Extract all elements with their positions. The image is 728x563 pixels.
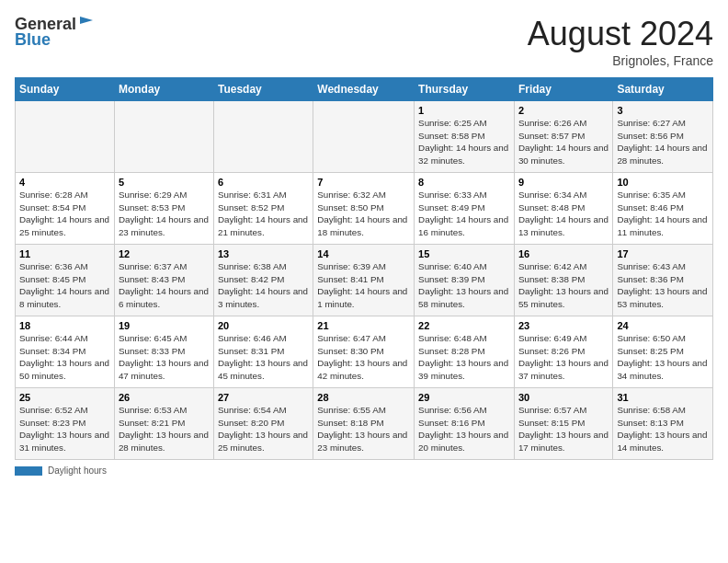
calendar-header-row: Sunday Monday Tuesday Wednesday Thursday… xyxy=(16,78,713,101)
day-info: Sunrise: 6:37 AM Sunset: 8:43 PM Dayligh… xyxy=(119,260,210,311)
col-thursday: Thursday xyxy=(415,78,515,101)
table-row: 10Sunrise: 6:35 AM Sunset: 8:46 PM Dayli… xyxy=(613,173,713,245)
logo-flag-icon xyxy=(78,15,95,31)
day-number: 6 xyxy=(218,177,309,188)
day-info: Sunrise: 6:54 AM Sunset: 8:20 PM Dayligh… xyxy=(218,404,309,454)
day-number: 8 xyxy=(418,177,510,188)
day-info: Sunrise: 6:50 AM Sunset: 8:25 PM Dayligh… xyxy=(617,332,709,383)
day-info: Sunrise: 6:52 AM Sunset: 8:23 PM Dayligh… xyxy=(19,404,110,454)
table-row: 3Sunrise: 6:27 AM Sunset: 8:56 PM Daylig… xyxy=(613,101,713,173)
day-number: 31 xyxy=(617,392,709,403)
day-info: Sunrise: 6:25 AM Sunset: 8:58 PM Dayligh… xyxy=(418,117,510,167)
col-sunday: Sunday xyxy=(16,78,115,101)
day-number: 19 xyxy=(119,320,210,331)
svg-marker-0 xyxy=(80,17,93,24)
daylight-swatch xyxy=(15,466,42,476)
table-row: 6Sunrise: 6:31 AM Sunset: 8:52 PM Daylig… xyxy=(213,173,313,245)
day-info: Sunrise: 6:33 AM Sunset: 8:49 PM Dayligh… xyxy=(418,189,510,239)
day-number: 25 xyxy=(19,392,110,403)
col-friday: Friday xyxy=(514,78,612,101)
day-info: Sunrise: 6:44 AM Sunset: 8:34 PM Dayligh… xyxy=(19,332,110,383)
day-info: Sunrise: 6:34 AM Sunset: 8:48 PM Dayligh… xyxy=(518,189,609,239)
table-row: 22Sunrise: 6:48 AM Sunset: 8:28 PM Dayli… xyxy=(415,316,515,388)
day-info: Sunrise: 6:40 AM Sunset: 8:39 PM Dayligh… xyxy=(418,260,510,311)
table-row: 2Sunrise: 6:26 AM Sunset: 8:57 PM Daylig… xyxy=(514,101,612,173)
location: Brignoles, France xyxy=(528,53,713,68)
title-area: August 2024 Brignoles, France xyxy=(528,15,713,68)
day-number: 13 xyxy=(218,248,309,259)
day-info: Sunrise: 6:42 AM Sunset: 8:38 PM Dayligh… xyxy=(518,260,609,311)
logo: General Blue xyxy=(15,15,95,50)
day-info: Sunrise: 6:56 AM Sunset: 8:16 PM Dayligh… xyxy=(418,404,510,454)
day-number: 2 xyxy=(518,105,609,116)
table-row xyxy=(16,101,115,173)
day-number: 28 xyxy=(317,392,410,403)
page-header: General Blue August 2024 Brignoles, Fran… xyxy=(15,15,713,68)
table-row: 17Sunrise: 6:43 AM Sunset: 8:36 PM Dayli… xyxy=(613,245,713,316)
col-saturday: Saturday xyxy=(613,78,713,101)
day-number: 7 xyxy=(317,177,410,188)
day-number: 10 xyxy=(617,177,709,188)
day-info: Sunrise: 6:49 AM Sunset: 8:26 PM Dayligh… xyxy=(518,332,609,383)
calendar-week-row: 11Sunrise: 6:36 AM Sunset: 8:45 PM Dayli… xyxy=(16,245,713,316)
day-number: 27 xyxy=(218,392,309,403)
day-info: Sunrise: 6:38 AM Sunset: 8:42 PM Dayligh… xyxy=(218,260,309,311)
footer: Daylight hours xyxy=(15,465,713,476)
table-row: 28Sunrise: 6:55 AM Sunset: 8:18 PM Dayli… xyxy=(313,388,415,460)
calendar-week-row: 4Sunrise: 6:28 AM Sunset: 8:54 PM Daylig… xyxy=(16,173,713,245)
day-info: Sunrise: 6:53 AM Sunset: 8:21 PM Dayligh… xyxy=(119,404,210,454)
table-row: 5Sunrise: 6:29 AM Sunset: 8:53 PM Daylig… xyxy=(114,173,213,245)
table-row: 11Sunrise: 6:36 AM Sunset: 8:45 PM Dayli… xyxy=(16,245,115,316)
table-row xyxy=(213,101,313,173)
day-number: 21 xyxy=(317,320,410,331)
table-row: 16Sunrise: 6:42 AM Sunset: 8:38 PM Dayli… xyxy=(514,245,612,316)
table-row: 31Sunrise: 6:58 AM Sunset: 8:13 PM Dayli… xyxy=(613,388,713,460)
day-number: 24 xyxy=(617,320,709,331)
day-info: Sunrise: 6:36 AM Sunset: 8:45 PM Dayligh… xyxy=(19,260,110,311)
col-monday: Monday xyxy=(114,78,213,101)
day-number: 17 xyxy=(617,248,709,259)
day-number: 22 xyxy=(418,320,510,331)
day-number: 29 xyxy=(418,392,510,403)
day-info: Sunrise: 6:48 AM Sunset: 8:28 PM Dayligh… xyxy=(418,332,510,383)
table-row: 25Sunrise: 6:52 AM Sunset: 8:23 PM Dayli… xyxy=(16,388,115,460)
table-row: 9Sunrise: 6:34 AM Sunset: 8:48 PM Daylig… xyxy=(514,173,612,245)
day-number: 16 xyxy=(518,248,609,259)
table-row: 20Sunrise: 6:46 AM Sunset: 8:31 PM Dayli… xyxy=(213,316,313,388)
day-number: 18 xyxy=(19,320,110,331)
day-info: Sunrise: 6:35 AM Sunset: 8:46 PM Dayligh… xyxy=(617,189,709,239)
page-container: General Blue August 2024 Brignoles, Fran… xyxy=(0,0,728,563)
calendar-week-row: 18Sunrise: 6:44 AM Sunset: 8:34 PM Dayli… xyxy=(16,316,713,388)
day-info: Sunrise: 6:43 AM Sunset: 8:36 PM Dayligh… xyxy=(617,260,709,311)
table-row xyxy=(114,101,213,173)
table-row: 26Sunrise: 6:53 AM Sunset: 8:21 PM Dayli… xyxy=(114,388,213,460)
day-info: Sunrise: 6:32 AM Sunset: 8:50 PM Dayligh… xyxy=(317,189,410,239)
table-row: 7Sunrise: 6:32 AM Sunset: 8:50 PM Daylig… xyxy=(313,173,415,245)
day-info: Sunrise: 6:45 AM Sunset: 8:33 PM Dayligh… xyxy=(119,332,210,383)
table-row: 8Sunrise: 6:33 AM Sunset: 8:49 PM Daylig… xyxy=(415,173,515,245)
day-info: Sunrise: 6:47 AM Sunset: 8:30 PM Dayligh… xyxy=(317,332,410,383)
table-row: 23Sunrise: 6:49 AM Sunset: 8:26 PM Dayli… xyxy=(514,316,612,388)
day-info: Sunrise: 6:58 AM Sunset: 8:13 PM Dayligh… xyxy=(617,404,709,454)
day-number: 14 xyxy=(317,248,410,259)
col-tuesday: Tuesday xyxy=(213,78,313,101)
day-info: Sunrise: 6:39 AM Sunset: 8:41 PM Dayligh… xyxy=(317,260,410,311)
day-number: 12 xyxy=(119,248,210,259)
day-info: Sunrise: 6:29 AM Sunset: 8:53 PM Dayligh… xyxy=(119,189,210,239)
day-info: Sunrise: 6:27 AM Sunset: 8:56 PM Dayligh… xyxy=(617,117,709,167)
day-info: Sunrise: 6:28 AM Sunset: 8:54 PM Dayligh… xyxy=(19,189,110,239)
day-info: Sunrise: 6:26 AM Sunset: 8:57 PM Dayligh… xyxy=(518,117,609,167)
day-number: 30 xyxy=(518,392,609,403)
table-row: 24Sunrise: 6:50 AM Sunset: 8:25 PM Dayli… xyxy=(613,316,713,388)
table-row: 14Sunrise: 6:39 AM Sunset: 8:41 PM Dayli… xyxy=(313,245,415,316)
day-number: 1 xyxy=(418,105,510,116)
day-number: 9 xyxy=(518,177,609,188)
calendar-table: Sunday Monday Tuesday Wednesday Thursday… xyxy=(15,77,713,460)
table-row: 13Sunrise: 6:38 AM Sunset: 8:42 PM Dayli… xyxy=(213,245,313,316)
calendar-week-row: 1Sunrise: 6:25 AM Sunset: 8:58 PM Daylig… xyxy=(16,101,713,173)
calendar-week-row: 25Sunrise: 6:52 AM Sunset: 8:23 PM Dayli… xyxy=(16,388,713,460)
day-number: 20 xyxy=(218,320,309,331)
day-number: 5 xyxy=(119,177,210,188)
table-row: 18Sunrise: 6:44 AM Sunset: 8:34 PM Dayli… xyxy=(16,316,115,388)
table-row: 12Sunrise: 6:37 AM Sunset: 8:43 PM Dayli… xyxy=(114,245,213,316)
